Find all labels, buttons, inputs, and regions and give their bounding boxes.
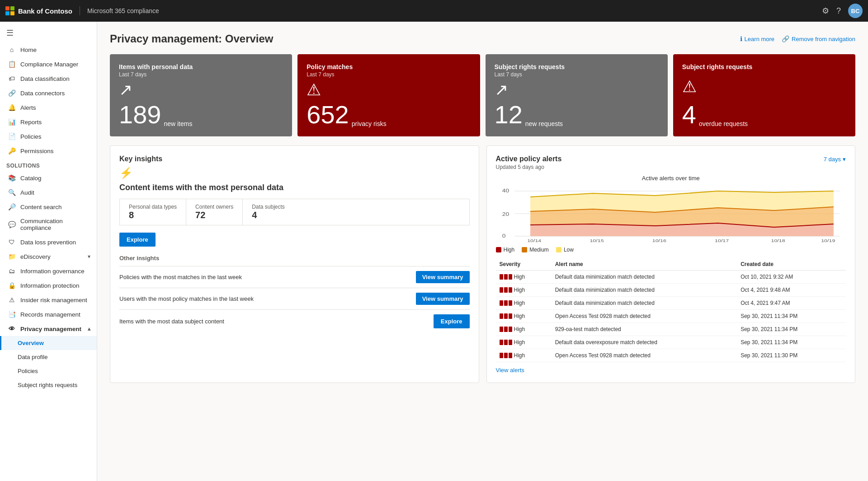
topbar-right: ⚙ ? BC: [822, 4, 863, 18]
sidebar-item-compliance-manager[interactable]: 📋 Compliance Manager: [0, 57, 97, 71]
privacy-management-icon: 👁: [8, 325, 16, 332]
table-row: High Default data overexposure match det…: [496, 336, 846, 349]
metric-content-owners: Content owners 72: [186, 199, 243, 225]
sidebar-item-records-management[interactable]: 📑 Records management: [0, 307, 97, 322]
svg-text:40: 40: [502, 188, 509, 194]
sidebar-sub-item-overview[interactable]: Overview: [0, 336, 97, 350]
sidebar-item-insider-risk[interactable]: ⚠ Insider risk management: [0, 293, 97, 307]
sidebar-sub-item-data-profile[interactable]: Data profile: [0, 350, 97, 364]
card-arrow-icon: ↗: [119, 80, 283, 99]
sev-bar-2: [504, 340, 508, 345]
svg-text:10/14: 10/14: [527, 238, 541, 243]
help-icon[interactable]: ?: [836, 6, 841, 16]
sidebar-sub-item-subject-rights[interactable]: Subject rights requests: [0, 378, 97, 392]
catalog-icon: 📚: [8, 174, 16, 182]
sidebar-item-permissions[interactable]: 🔑 Permissions: [0, 144, 97, 158]
period-chevron: ▾: [843, 156, 846, 163]
summary-card-subject-rights-overdue[interactable]: Subject rights requests ⚠ 4 overdue requ…: [673, 54, 855, 136]
cell-severity: High: [496, 284, 552, 297]
reports-icon: 📊: [8, 118, 16, 126]
sev-bar-2: [504, 327, 508, 332]
card-bottom: 189 new items: [119, 102, 283, 127]
legend-label-medium: Medium: [529, 247, 549, 253]
sidebar-toggle[interactable]: ☰: [0, 23, 97, 42]
view-alerts-link[interactable]: View alerts: [496, 367, 524, 374]
alerts-period-selector[interactable]: 7 days ▾: [824, 156, 846, 163]
insight-row-1: Users with the most policy matches in th…: [119, 288, 470, 309]
insight-row-label: Policies with the most matches in the la…: [119, 274, 242, 280]
sidebar-item-label: Insider risk management: [20, 297, 87, 304]
sidebar-item-information-governance[interactable]: 🗂 Information governance: [0, 264, 97, 278]
severity-bars: [500, 353, 512, 358]
severity-high: High: [500, 339, 548, 346]
chart-title: Active alerts over time: [496, 175, 846, 182]
cell-severity: High: [496, 349, 552, 362]
svg-text:10/19: 10/19: [821, 238, 835, 243]
severity-bars: [500, 300, 512, 306]
sidebar-item-data-loss-prevention[interactable]: 🛡 Data loss prevention: [0, 235, 97, 249]
info-icon: ℹ: [740, 35, 742, 42]
sev-bar-3: [509, 313, 512, 319]
cell-created-date: Sep 30, 2021 11:34 PM: [737, 336, 846, 349]
learn-more-link[interactable]: ℹ Learn more: [740, 35, 774, 42]
summary-card-policy-matches[interactable]: Policy matches Last 7 days ⚠ 652 privacy…: [297, 54, 480, 136]
content-search-icon: 🔎: [8, 203, 16, 210]
table-row: High Open Access Test 0928 match detecte…: [496, 310, 846, 323]
sidebar-item-label: Policies: [20, 133, 42, 140]
explore-button[interactable]: Explore: [119, 233, 156, 247]
insight-block: ⚡ Content items with the most personal d…: [119, 167, 470, 247]
sidebar-item-policies[interactable]: 📄 Policies: [0, 129, 97, 144]
alerts-chart-svg: 40 20 0 10/14 10/15 10/16 10/17: [496, 184, 846, 243]
view-summary-btn-0[interactable]: View summary: [416, 271, 470, 283]
sidebar-item-label: Alerts: [20, 104, 36, 111]
sidebar-item-audit[interactable]: 🔍 Audit: [0, 185, 97, 200]
sidebar-item-reports[interactable]: 📊 Reports: [0, 115, 97, 129]
summary-card-items-personal-data[interactable]: Items with personal data Last 7 days ↗ 1…: [110, 54, 292, 136]
severity-label: High: [514, 352, 525, 359]
key-insights-panel: Key insights ⚡ Content items with the mo…: [110, 145, 479, 383]
sub-item-label: Subject rights requests: [18, 382, 77, 388]
metric-data-subjects: Data subjects 4: [243, 199, 294, 225]
legend-dot-medium: [522, 247, 527, 252]
card-number: 12: [495, 102, 523, 127]
sidebar-item-data-connectors[interactable]: 🔗 Data connectors: [0, 86, 97, 100]
sidebar-item-ediscovery[interactable]: 📁 eDiscovery ▾: [0, 249, 97, 264]
permissions-icon: 🔑: [8, 147, 16, 154]
sev-bar-2: [504, 300, 508, 306]
summary-cards: Items with personal data Last 7 days ↗ 1…: [110, 54, 855, 136]
view-summary-btn-1[interactable]: View summary: [416, 293, 470, 305]
severity-label: High: [514, 287, 525, 293]
page-header: Privacy management: Overview ℹ Learn mor…: [110, 33, 855, 45]
sidebar-item-information-protection[interactable]: 🔒 Information protection: [0, 278, 97, 293]
severity-label: High: [514, 339, 525, 346]
sev-bar-3: [509, 300, 512, 306]
insight-title: Content items with the most personal dat…: [119, 183, 470, 192]
sev-bar-2: [504, 353, 508, 358]
table-row: High 929-oa-test match detected Sep 30, …: [496, 323, 846, 336]
sidebar-item-catalog[interactable]: 📚 Catalog: [0, 171, 97, 185]
sidebar-item-privacy-management[interactable]: 👁 Privacy management ▴: [0, 322, 97, 336]
sidebar-item-alerts[interactable]: 🔔 Alerts: [0, 100, 97, 115]
avatar[interactable]: BC: [848, 4, 863, 18]
sidebar-item-content-search[interactable]: 🔎 Content search: [0, 200, 97, 214]
sidebar-item-communication-compliance[interactable]: 💬 Communication compliance: [0, 214, 97, 235]
sidebar-item-home[interactable]: ⌂ Home: [0, 42, 97, 57]
severity-label: High: [514, 313, 525, 319]
summary-card-subject-rights-new[interactable]: Subject rights requests Last 7 days ↗ 12…: [486, 54, 668, 136]
remove-nav-link[interactable]: 🔗 Remove from navigation: [782, 35, 855, 42]
svg-text:10/16: 10/16: [652, 238, 666, 243]
severity-label: High: [514, 326, 525, 332]
legend-low: Low: [556, 247, 574, 253]
explore-btn-row2[interactable]: Explore: [434, 314, 470, 328]
alerts-title: Active policy alerts: [496, 155, 562, 163]
severity-label: High: [514, 300, 525, 306]
settings-icon[interactable]: ⚙: [822, 6, 829, 16]
card-desc: new requests: [525, 120, 563, 127]
sev-bar-1: [500, 313, 503, 319]
severity-bars: [500, 327, 512, 332]
sev-bar-1: [500, 300, 503, 306]
table-row: High Default data minimization match det…: [496, 297, 846, 310]
sidebar-item-data-classification[interactable]: 🏷 Data classification: [0, 71, 97, 86]
sidebar-sub-item-policies[interactable]: Policies: [0, 364, 97, 378]
cell-alert-name: Default data minimization match detected: [552, 284, 737, 297]
